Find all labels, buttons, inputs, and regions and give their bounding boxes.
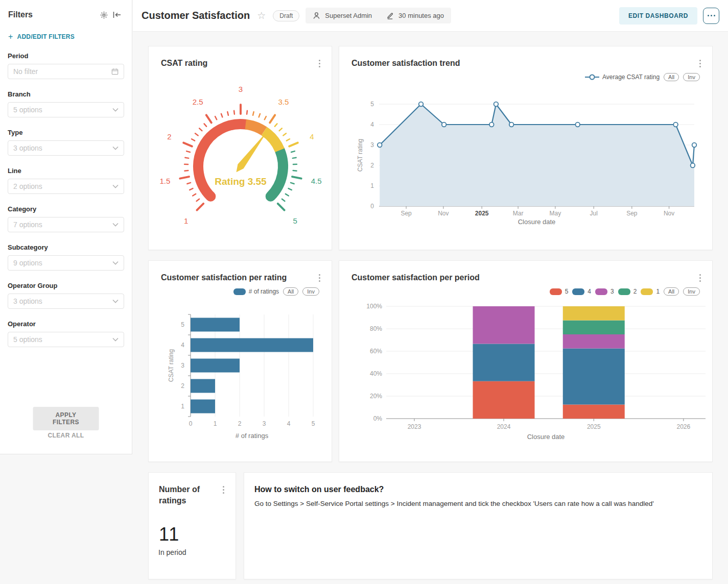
filter-label-branch: Branch xyxy=(8,90,124,98)
svg-text:1: 1 xyxy=(184,216,188,225)
svg-text:Closure date: Closure date xyxy=(527,433,565,441)
status-badge: Draft xyxy=(273,10,299,21)
chevron-down-icon xyxy=(112,299,119,303)
filter-label-type: Type xyxy=(8,129,124,136)
edit-dashboard-button[interactable]: EDIT DASHBOARD xyxy=(619,7,697,25)
svg-text:1: 1 xyxy=(181,403,184,410)
svg-text:40%: 40% xyxy=(370,370,382,377)
legend-inv-pill[interactable]: Inv xyxy=(683,73,700,81)
svg-text:2025: 2025 xyxy=(475,210,489,217)
favorite-star-icon[interactable]: ☆ xyxy=(257,10,266,21)
svg-text:Jul: Jul xyxy=(590,210,598,217)
legend-all-pill[interactable]: All xyxy=(283,287,298,296)
svg-text:1: 1 xyxy=(370,182,374,189)
markdown-card: How to switch on user feedback? Go to Se… xyxy=(244,472,713,579)
svg-text:CSAT rating: CSAT rating xyxy=(357,139,364,172)
svg-text:2023: 2023 xyxy=(408,423,421,430)
chart-menu-icon[interactable] xyxy=(318,273,321,283)
svg-text:80%: 80% xyxy=(370,325,382,332)
legend-inv-pill[interactable]: Inv xyxy=(302,287,319,296)
satisfaction-trend-card: Customer satisfaction trend Average CSAT… xyxy=(339,46,713,250)
filter-label-operator: Operator xyxy=(8,320,124,328)
svg-text:4: 4 xyxy=(310,132,314,141)
svg-text:0: 0 xyxy=(370,203,374,210)
line-filter-select[interactable]: 2 options xyxy=(8,179,124,194)
filter-label-subcategory: Subcategory xyxy=(8,244,124,251)
collapse-panel-icon[interactable] xyxy=(110,8,124,21)
svg-text:1: 1 xyxy=(214,420,217,427)
svg-text:2: 2 xyxy=(167,132,171,141)
chevron-down-icon xyxy=(112,184,119,188)
svg-text:3: 3 xyxy=(370,141,374,149)
operator-group-filter-select[interactable]: 3 options xyxy=(8,294,124,309)
more-options-button[interactable] xyxy=(703,8,719,24)
per-rating-legend: # of ratings All Inv xyxy=(233,287,319,296)
svg-text:Sep: Sep xyxy=(401,210,412,217)
category-filter-select[interactable]: 7 options xyxy=(8,217,124,232)
svg-text:3: 3 xyxy=(239,85,243,93)
apply-filters-button[interactable]: APPLY FILTERS xyxy=(33,407,99,430)
svg-text:CSAT rating: CSAT rating xyxy=(168,349,175,382)
svg-text:Mar: Mar xyxy=(513,210,524,217)
add-edit-filters-button[interactable]: + ADD/EDIT FILTERS xyxy=(8,33,124,41)
subcategory-filter-select[interactable]: 9 options xyxy=(8,255,124,271)
chevron-down-icon xyxy=(112,337,119,342)
legend-item-num-ratings[interactable]: # of ratings xyxy=(233,288,279,295)
legend-swatch xyxy=(595,288,607,295)
chart-menu-icon[interactable] xyxy=(222,485,225,495)
type-filter-select[interactable]: 3 options xyxy=(8,140,124,156)
legend-all-pill[interactable]: All xyxy=(664,287,679,296)
legend-item-rating-1[interactable]: 1 xyxy=(641,288,660,295)
filters-panel: Filters + ADD/EDIT FILTERS Period No fil… xyxy=(0,0,132,454)
period-filter-input[interactable]: No filter xyxy=(8,64,124,79)
plus-icon: + xyxy=(8,33,13,41)
svg-text:4: 4 xyxy=(287,420,291,427)
svg-text:0%: 0% xyxy=(373,415,383,422)
svg-text:2024: 2024 xyxy=(497,423,511,430)
calendar-icon xyxy=(111,68,119,75)
chart-menu-icon[interactable] xyxy=(698,59,702,68)
legend-swatch xyxy=(572,288,584,295)
svg-text:3: 3 xyxy=(181,362,184,369)
csat-gauge-chart: 11.522.533.544.55Rating 3.55 xyxy=(149,72,333,251)
svg-text:4: 4 xyxy=(181,342,184,349)
svg-text:2026: 2026 xyxy=(677,423,691,430)
owner-name: Superset Admin xyxy=(325,12,372,19)
svg-text:# of ratings: # of ratings xyxy=(236,432,269,440)
svg-text:May: May xyxy=(550,210,561,217)
svg-text:5: 5 xyxy=(181,321,184,328)
svg-text:Sep: Sep xyxy=(626,210,638,217)
chevron-down-icon xyxy=(112,108,119,112)
svg-text:2: 2 xyxy=(370,162,374,169)
chevron-down-icon xyxy=(112,146,119,150)
legend-inv-pill[interactable]: Inv xyxy=(683,287,700,296)
chart-menu-icon[interactable] xyxy=(318,59,321,68)
clear-all-button[interactable]: CLEAR ALL xyxy=(0,432,132,439)
legend-item-average-csat[interactable]: Average CSAT rating xyxy=(585,74,660,81)
trend-legend: Average CSAT rating All Inv xyxy=(585,73,700,81)
svg-text:Nov: Nov xyxy=(664,210,674,217)
operator-filter-select[interactable]: 5 options xyxy=(8,332,124,347)
chevron-down-icon xyxy=(112,223,119,227)
trend-line-chart: 012345SepNov2025MarMayJulSepNovClosure d… xyxy=(339,92,713,235)
user-icon xyxy=(313,12,320,19)
legend-swatch xyxy=(618,288,630,295)
legend-item-rating-4[interactable]: 4 xyxy=(572,288,591,295)
dashboard-meta: Superset Admin 30 minutes ago xyxy=(306,8,451,23)
branch-filter-select[interactable]: 5 options xyxy=(8,102,124,117)
legend-all-pill[interactable]: All xyxy=(664,73,679,81)
page-title: Customer Satisfaction xyxy=(142,10,250,21)
filter-label-category: Category xyxy=(8,205,124,213)
chart-title: Customer satisfaction trend xyxy=(339,46,712,69)
gear-icon[interactable] xyxy=(97,8,110,21)
chart-menu-icon[interactable] xyxy=(698,273,702,283)
satisfaction-per-rating-card: Customer satisfaction per rating # of ra… xyxy=(148,260,332,462)
markdown-heading: How to switch on user feedback? xyxy=(244,473,712,494)
per-period-stacked-bar-chart: 0%20%40%60%80%100%2023202420252026Closur… xyxy=(339,299,713,450)
per-period-legend: 54321 All Inv xyxy=(550,287,700,296)
legend-item-rating-3[interactable]: 3 xyxy=(595,288,614,295)
legend-item-rating-2[interactable]: 2 xyxy=(618,288,637,295)
legend-item-rating-5[interactable]: 5 xyxy=(550,288,569,295)
svg-text:3: 3 xyxy=(263,420,266,427)
svg-text:100%: 100% xyxy=(366,303,382,310)
